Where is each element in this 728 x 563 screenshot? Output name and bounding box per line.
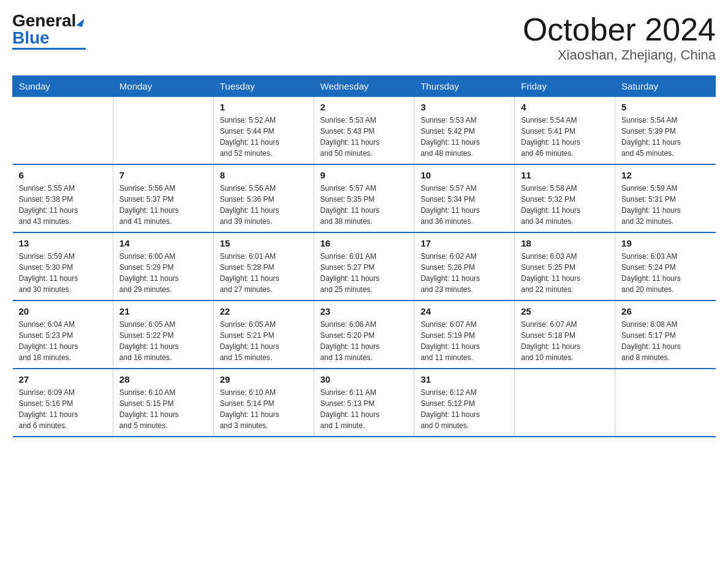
calendar-week-3: 13Sunrise: 5:59 AMSunset: 5:30 PMDayligh… — [13, 232, 716, 301]
day-number: 22 — [220, 306, 308, 316]
calendar-week-2: 6Sunrise: 5:55 AMSunset: 5:38 PMDaylight… — [13, 164, 716, 232]
day-info: Sunrise: 6:05 AMSunset: 5:22 PMDaylight:… — [119, 319, 207, 363]
day-info: Sunrise: 6:02 AMSunset: 5:26 PMDaylight:… — [420, 251, 508, 295]
calendar-cell: 27Sunrise: 6:09 AMSunset: 5:16 PMDayligh… — [13, 369, 113, 437]
logo-blue: Blue — [12, 28, 50, 47]
header-row: SundayMondayTuesdayWednesdayThursdayFrid… — [13, 76, 716, 97]
day-number: 5 — [621, 102, 709, 112]
day-number: 2 — [320, 102, 408, 112]
calendar-cell: 7Sunrise: 5:56 AMSunset: 5:37 PMDaylight… — [113, 164, 213, 232]
day-number: 10 — [420, 170, 508, 180]
day-info: Sunrise: 5:59 AMSunset: 5:31 PMDaylight:… — [621, 183, 709, 227]
day-info: Sunrise: 6:09 AMSunset: 5:16 PMDaylight:… — [19, 387, 107, 431]
day-number: 3 — [420, 102, 508, 112]
calendar-cell: 15Sunrise: 6:01 AMSunset: 5:28 PMDayligh… — [213, 232, 314, 301]
calendar-cell: 18Sunrise: 6:03 AMSunset: 5:25 PMDayligh… — [515, 232, 615, 301]
day-info: Sunrise: 5:57 AMSunset: 5:35 PMDaylight:… — [320, 183, 408, 227]
calendar-cell: 19Sunrise: 6:03 AMSunset: 5:24 PMDayligh… — [615, 232, 716, 301]
day-info: Sunrise: 5:57 AMSunset: 5:34 PMDaylight:… — [420, 183, 508, 227]
calendar-cell: 12Sunrise: 5:59 AMSunset: 5:31 PMDayligh… — [615, 164, 716, 232]
calendar-cell: 16Sunrise: 6:01 AMSunset: 5:27 PMDayligh… — [314, 232, 414, 301]
day-number: 19 — [621, 238, 709, 248]
day-info: Sunrise: 6:08 AMSunset: 5:17 PMDaylight:… — [621, 319, 709, 363]
calendar-week-4: 20Sunrise: 6:04 AMSunset: 5:23 PMDayligh… — [13, 301, 716, 369]
day-number: 24 — [420, 306, 508, 316]
calendar-cell: 10Sunrise: 5:57 AMSunset: 5:34 PMDayligh… — [414, 164, 515, 232]
calendar-cell: 6Sunrise: 5:55 AMSunset: 5:38 PMDaylight… — [13, 164, 113, 232]
day-info: Sunrise: 5:55 AMSunset: 5:38 PMDaylight:… — [19, 183, 107, 227]
day-number: 1 — [220, 102, 308, 112]
day-number: 20 — [19, 306, 107, 316]
day-info: Sunrise: 5:56 AMSunset: 5:36 PMDaylight:… — [220, 183, 308, 227]
day-number: 23 — [320, 306, 408, 316]
calendar-week-1: 1Sunrise: 5:52 AMSunset: 5:44 PMDaylight… — [13, 97, 716, 165]
calendar-cell: 22Sunrise: 6:05 AMSunset: 5:21 PMDayligh… — [213, 301, 314, 369]
day-number: 21 — [119, 306, 207, 316]
day-info: Sunrise: 6:01 AMSunset: 5:28 PMDaylight:… — [220, 251, 308, 295]
calendar-header: SundayMondayTuesdayWednesdayThursdayFrid… — [13, 76, 716, 97]
calendar-cell — [515, 369, 615, 437]
location-title: Xiaoshan, Zhejiang, China — [523, 47, 716, 63]
header-cell-thursday: Thursday — [414, 76, 515, 97]
day-info: Sunrise: 6:01 AMSunset: 5:27 PMDaylight:… — [320, 251, 408, 295]
day-info: Sunrise: 6:03 AMSunset: 5:24 PMDaylight:… — [621, 251, 709, 295]
day-number: 8 — [220, 170, 308, 180]
day-info: Sunrise: 6:07 AMSunset: 5:18 PMDaylight:… — [521, 319, 609, 363]
day-number: 14 — [119, 238, 207, 248]
calendar-week-5: 27Sunrise: 6:09 AMSunset: 5:16 PMDayligh… — [13, 369, 716, 437]
calendar-cell — [113, 97, 213, 165]
day-number: 4 — [521, 102, 609, 112]
day-info: Sunrise: 6:10 AMSunset: 5:15 PMDaylight:… — [119, 387, 207, 431]
day-info: Sunrise: 6:10 AMSunset: 5:14 PMDaylight:… — [220, 387, 308, 431]
month-title: October 2024 — [523, 12, 716, 47]
day-number: 6 — [19, 170, 107, 180]
day-number: 16 — [320, 238, 408, 248]
calendar-cell: 30Sunrise: 6:11 AMSunset: 5:13 PMDayligh… — [314, 369, 414, 437]
day-info: Sunrise: 5:53 AMSunset: 5:43 PMDaylight:… — [320, 115, 408, 159]
calendar-cell — [615, 369, 716, 437]
header-cell-monday: Monday — [113, 76, 213, 97]
logo-general: General — [12, 11, 76, 30]
day-info: Sunrise: 5:52 AMSunset: 5:44 PMDaylight:… — [220, 115, 308, 159]
calendar-cell: 1Sunrise: 5:52 AMSunset: 5:44 PMDaylight… — [213, 97, 314, 165]
calendar-cell: 2Sunrise: 5:53 AMSunset: 5:43 PMDaylight… — [314, 97, 414, 165]
calendar-body: 1Sunrise: 5:52 AMSunset: 5:44 PMDaylight… — [13, 97, 716, 437]
day-info: Sunrise: 6:05 AMSunset: 5:21 PMDaylight:… — [220, 319, 308, 363]
calendar-cell — [13, 97, 113, 165]
day-info: Sunrise: 6:00 AMSunset: 5:29 PMDaylight:… — [119, 251, 207, 295]
header-cell-sunday: Sunday — [13, 76, 113, 97]
day-number: 12 — [621, 170, 709, 180]
day-number: 31 — [420, 374, 508, 385]
day-number: 13 — [19, 238, 107, 248]
calendar-cell: 31Sunrise: 6:12 AMSunset: 5:12 PMDayligh… — [414, 369, 515, 437]
day-number: 26 — [621, 306, 709, 316]
day-info: Sunrise: 6:07 AMSunset: 5:19 PMDaylight:… — [420, 319, 508, 363]
day-info: Sunrise: 6:06 AMSunset: 5:20 PMDaylight:… — [320, 319, 408, 363]
calendar-cell: 25Sunrise: 6:07 AMSunset: 5:18 PMDayligh… — [515, 301, 615, 369]
calendar-cell: 5Sunrise: 5:54 AMSunset: 5:39 PMDaylight… — [615, 97, 716, 165]
logo-text: General Blue — [12, 12, 83, 47]
day-number: 9 — [320, 170, 408, 180]
calendar-cell: 9Sunrise: 5:57 AMSunset: 5:35 PMDaylight… — [314, 164, 414, 232]
day-number: 15 — [220, 238, 308, 248]
calendar-cell: 28Sunrise: 6:10 AMSunset: 5:15 PMDayligh… — [113, 369, 213, 437]
calendar-cell: 23Sunrise: 6:06 AMSunset: 5:20 PMDayligh… — [314, 301, 414, 369]
calendar-cell: 14Sunrise: 6:00 AMSunset: 5:29 PMDayligh… — [113, 232, 213, 301]
header-cell-saturday: Saturday — [615, 76, 716, 97]
day-number: 25 — [521, 306, 609, 316]
day-number: 7 — [119, 170, 207, 180]
logo-underline — [12, 48, 86, 50]
day-number: 28 — [119, 374, 207, 385]
calendar-cell: 21Sunrise: 6:05 AMSunset: 5:22 PMDayligh… — [113, 301, 213, 369]
calendar-cell: 11Sunrise: 5:58 AMSunset: 5:32 PMDayligh… — [515, 164, 615, 232]
day-info: Sunrise: 6:12 AMSunset: 5:12 PMDaylight:… — [420, 387, 508, 431]
calendar-cell: 26Sunrise: 6:08 AMSunset: 5:17 PMDayligh… — [615, 301, 716, 369]
header-cell-tuesday: Tuesday — [213, 76, 314, 97]
day-info: Sunrise: 5:59 AMSunset: 5:30 PMDaylight:… — [19, 251, 107, 295]
day-info: Sunrise: 5:54 AMSunset: 5:41 PMDaylight:… — [521, 115, 609, 159]
calendar-cell: 24Sunrise: 6:07 AMSunset: 5:19 PMDayligh… — [414, 301, 515, 369]
day-info: Sunrise: 5:53 AMSunset: 5:42 PMDaylight:… — [420, 115, 508, 159]
header-cell-wednesday: Wednesday — [314, 76, 414, 97]
day-number: 17 — [420, 238, 508, 248]
calendar-cell: 3Sunrise: 5:53 AMSunset: 5:42 PMDaylight… — [414, 97, 515, 165]
